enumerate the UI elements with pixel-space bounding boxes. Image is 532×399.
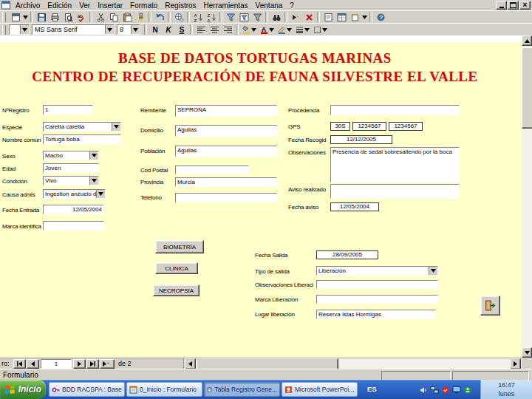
font-name-combo[interactable]: MS Sans Serif xyxy=(32,24,115,35)
save-button[interactable] xyxy=(35,11,48,23)
properties-button[interactable] xyxy=(321,11,335,23)
chevron-down-icon[interactable] xyxy=(89,151,98,160)
domicilio-input[interactable]: Aguilas xyxy=(175,125,277,137)
aviso-realizado-input[interactable] xyxy=(330,184,460,199)
toolbar-grip[interactable] xyxy=(2,25,6,35)
italic-button[interactable]: K xyxy=(162,24,175,35)
tray-display-icon[interactable] xyxy=(451,385,461,395)
chevron-down-icon[interactable] xyxy=(112,123,120,131)
apply-filter-button[interactable] xyxy=(250,11,264,23)
especie-combo[interactable]: Caretta caretta xyxy=(43,122,121,132)
new-record-button[interactable]: * xyxy=(289,11,302,23)
database-window-button[interactable] xyxy=(335,11,348,23)
fecha-salida-input[interactable]: 28/09/2005 xyxy=(316,250,378,259)
chevron-down-icon[interactable] xyxy=(131,25,140,34)
menu-ver[interactable]: Ver xyxy=(75,1,94,10)
edad-input[interactable]: Joven xyxy=(43,163,99,173)
chevron-down-icon[interactable] xyxy=(429,267,437,275)
underline-button[interactable]: S xyxy=(175,24,188,35)
chevron-down-icon[interactable] xyxy=(89,177,98,185)
biometria-button[interactable]: BIOMETRÍA xyxy=(155,240,204,253)
tray-messenger-icon[interactable] xyxy=(463,385,472,395)
fecha-entrada-input[interactable]: 12/05/2004 xyxy=(43,205,104,214)
close-button[interactable]: × xyxy=(519,1,531,10)
undo-button[interactable] xyxy=(153,11,166,23)
align-left-button[interactable] xyxy=(194,24,208,35)
font-size-combo[interactable]: 8 xyxy=(117,24,140,35)
new-object-dropdown-button[interactable] xyxy=(361,11,368,23)
lugar-liberacion-input[interactable]: Reserva Islas Hormigas xyxy=(316,310,436,319)
tray-antivirus-icon[interactable] xyxy=(440,385,450,395)
align-center-button[interactable] xyxy=(208,24,221,35)
nombre-comun-input[interactable]: Tortuga boba xyxy=(43,134,121,144)
tipo-salida-combo[interactable]: Liberación xyxy=(316,266,438,276)
line-color-button[interactable] xyxy=(276,24,293,35)
condicion-combo[interactable]: Vivo xyxy=(43,176,99,185)
help-button[interactable]: ? xyxy=(374,11,387,23)
gps-zone-input[interactable]: 30S xyxy=(330,122,350,131)
horizontal-scrollbar[interactable] xyxy=(185,358,522,369)
delete-record-button[interactable] xyxy=(302,11,316,23)
minimize-button[interactable] xyxy=(496,1,507,10)
next-record-button[interactable] xyxy=(73,359,86,369)
copy-button[interactable] xyxy=(107,11,120,23)
causa-admision-combo[interactable]: Ingestion anzuelo d xyxy=(43,189,106,199)
telefono-input[interactable] xyxy=(175,193,277,202)
first-record-button[interactable] xyxy=(13,359,26,369)
start-button[interactable]: Inicio xyxy=(0,380,46,399)
sort-ascending-button[interactable]: AZ xyxy=(191,11,205,23)
find-button[interactable] xyxy=(270,11,283,23)
line-width-button[interactable] xyxy=(293,24,311,35)
menu-edicion[interactable]: Edición xyxy=(44,1,75,10)
scroll-up-button[interactable] xyxy=(522,35,532,46)
paste-button[interactable] xyxy=(120,11,134,23)
observaciones-liberacion-input[interactable] xyxy=(316,280,438,289)
observaciones-input[interactable]: Presencia de sedal sobresaliendo por la … xyxy=(330,147,460,183)
format-painter-button[interactable] xyxy=(134,11,147,23)
filter-by-selection-button[interactable] xyxy=(224,11,237,23)
print-button[interactable] xyxy=(48,11,61,23)
gps-easting-input[interactable]: 1234567 xyxy=(352,122,386,131)
marca-liberacion-input[interactable] xyxy=(316,295,438,304)
font-color-button[interactable]: A xyxy=(258,24,276,35)
taskbar-task-database[interactable]: BDD RACSPA : Base xyxy=(49,382,125,397)
toolbar-grip[interactable] xyxy=(2,13,6,22)
new-record-nav-button[interactable]: * xyxy=(100,359,115,369)
print-preview-button[interactable] xyxy=(61,11,75,23)
menu-formato[interactable]: Formato xyxy=(126,1,161,10)
cod-postal-input[interactable] xyxy=(175,166,249,174)
vertical-scrollbar[interactable] xyxy=(522,35,532,358)
menu-registros[interactable]: Registros xyxy=(161,1,200,10)
scroll-down-button[interactable] xyxy=(522,347,532,358)
marca-identificativa-input[interactable] xyxy=(43,221,104,231)
fecha-recogida-input[interactable]: 12/12/2005 xyxy=(330,135,392,144)
filter-by-form-button[interactable] xyxy=(237,11,250,23)
poblacion-input[interactable]: Aguilas xyxy=(175,146,277,157)
cut-button[interactable] xyxy=(94,11,107,23)
previous-record-button[interactable] xyxy=(27,359,39,369)
taskbar-task-powerpoint[interactable]: Microsoft PowerPoi... xyxy=(282,382,358,397)
scroll-left-button[interactable] xyxy=(185,358,196,369)
language-indicator[interactable]: ES xyxy=(367,380,377,399)
chevron-down-icon[interactable] xyxy=(20,25,29,34)
tray-network-icon[interactable] xyxy=(429,385,439,395)
menu-ventana[interactable]: Ventana xyxy=(252,1,287,10)
current-record-input[interactable]: 1 xyxy=(41,359,72,369)
menu-insertar[interactable]: Insertar xyxy=(94,1,126,10)
procedencia-input[interactable] xyxy=(330,105,460,115)
form-view-button[interactable] xyxy=(9,11,22,23)
restore-button[interactable] xyxy=(508,1,519,10)
new-object-button[interactable] xyxy=(348,11,361,23)
necropsia-button[interactable]: NECROPSIA xyxy=(153,284,200,296)
sort-descending-button[interactable]: ZA xyxy=(205,11,218,23)
bold-button[interactable]: N xyxy=(149,24,162,35)
menu-ayuda[interactable]: ? xyxy=(286,1,298,10)
view-dropdown-button[interactable] xyxy=(22,11,29,23)
chevron-down-icon[interactable] xyxy=(105,25,114,34)
provincia-input[interactable]: Murcia xyxy=(175,177,277,187)
fecha-aviso-input[interactable]: 12/05/2004 xyxy=(330,202,379,211)
chevron-down-icon[interactable] xyxy=(96,190,105,198)
taskbar-task-table[interactable]: Tabla Registro Gene... xyxy=(204,382,280,397)
vertical-scroll-thumb[interactable] xyxy=(522,47,532,129)
num-registro-input[interactable]: 1 xyxy=(43,105,93,115)
